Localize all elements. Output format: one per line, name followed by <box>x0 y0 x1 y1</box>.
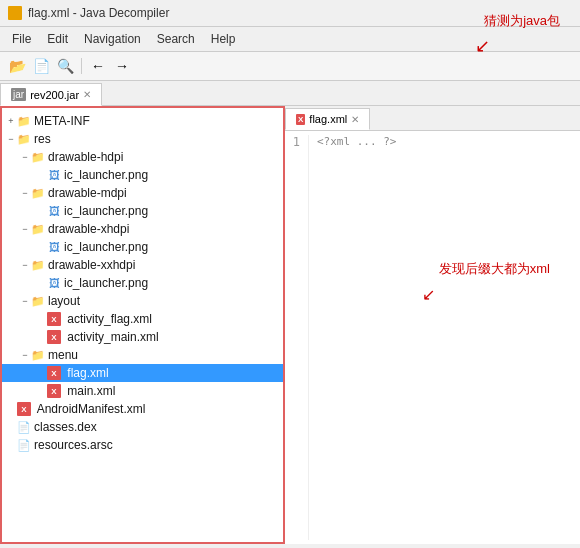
open-file-button[interactable]: 📄 <box>30 55 52 77</box>
menu-bar: File Edit Navigation Search Help <box>0 27 580 52</box>
spacer-manifest <box>6 404 16 414</box>
toggle-drawable-xxhdpi[interactable]: − <box>20 260 30 270</box>
spacer-xhdpi <box>36 242 46 252</box>
folder-icon-drawable-mdpi: 📁 <box>31 186 45 200</box>
right-tab-bar: X flag.xml ✕ <box>285 106 580 131</box>
menu-search[interactable]: Search <box>149 30 203 48</box>
label-res: res <box>34 132 51 146</box>
tree-item-android-manifest[interactable]: X AndroidManifest.xml <box>2 400 283 418</box>
label-meta-inf: META-INF <box>34 114 90 128</box>
label-ic-launcher-xxhdpi: ic_launcher.png <box>64 276 148 290</box>
spacer-mdpi <box>36 206 46 216</box>
label-ic-launcher-xhdpi: ic_launcher.png <box>64 240 148 254</box>
tree-item-drawable-mdpi[interactable]: − 📁 drawable-mdpi <box>2 184 283 202</box>
label-menu: menu <box>48 348 78 362</box>
toggle-drawable-hdpi[interactable]: − <box>20 152 30 162</box>
tree-item-ic-launcher-hdpi[interactable]: 🖼 ic_launcher.png <box>2 166 283 184</box>
tree-item-meta-inf[interactable]: + 📁 META-INF <box>2 112 283 130</box>
tree-item-activity-main-xml[interactable]: X activity_main.xml <box>2 328 283 346</box>
toggle-drawable-mdpi[interactable]: − <box>20 188 30 198</box>
toggle-drawable-xhdpi[interactable]: − <box>20 224 30 234</box>
tree-item-activity-flag-xml[interactable]: X activity_flag.xml <box>2 310 283 328</box>
app-icon <box>8 6 22 20</box>
back-button[interactable]: ← <box>87 55 109 77</box>
tree-item-resources-arsc[interactable]: 📄 resources.arsc <box>2 436 283 454</box>
spacer-resources <box>6 440 16 450</box>
tree-item-drawable-xhdpi[interactable]: − 📁 drawable-xhdpi <box>2 220 283 238</box>
title-bar: flag.xml - Java Decompiler <box>0 0 580 27</box>
menu-file[interactable]: File <box>4 30 39 48</box>
label-flag-xml: flag.xml <box>64 366 109 380</box>
xml-icon-flag: X <box>47 366 61 380</box>
label-android-manifest: AndroidManifest.xml <box>34 402 145 416</box>
jar-tab-label: rev200.jar <box>30 89 79 101</box>
window-title: flag.xml - Java Decompiler <box>28 6 169 20</box>
spacer-flag <box>36 368 46 378</box>
code-tab-icon: X <box>296 114 305 125</box>
png-icon-xhdpi: 🖼 <box>47 240 61 254</box>
tree-item-classes-dex[interactable]: 📄 classes.dex <box>2 418 283 436</box>
label-resources-arsc: resources.arsc <box>34 438 113 452</box>
jar-tab-close[interactable]: ✕ <box>83 89 91 100</box>
tree-item-drawable-hdpi[interactable]: − 📁 drawable-hdpi <box>2 148 283 166</box>
toggle-meta-inf[interactable]: + <box>6 116 16 126</box>
tree-item-flag-xml[interactable]: X flag.xml <box>2 364 283 382</box>
toolbar: 📂 📄 🔍 ← → <box>0 52 580 81</box>
forward-button[interactable]: → <box>111 55 133 77</box>
label-activity-main-xml: activity_main.xml <box>64 330 159 344</box>
label-ic-launcher-mdpi: ic_launcher.png <box>64 204 148 218</box>
jar-tab[interactable]: jar rev200.jar ✕ <box>0 83 102 106</box>
menu-edit[interactable]: Edit <box>39 30 76 48</box>
code-panel: X flag.xml ✕ 1 <?xml ... ?> <box>285 106 580 544</box>
code-content-area: 1 <?xml ... ?> <box>285 131 580 544</box>
folder-icon-res: 📁 <box>17 132 31 146</box>
menu-navigation[interactable]: Navigation <box>76 30 149 48</box>
toggle-menu[interactable]: − <box>20 350 30 360</box>
main-content: + 📁 META-INF − 📁 res − 📁 drawable-hdpi <box>0 106 580 544</box>
search-tool-button[interactable]: 🔍 <box>54 55 76 77</box>
toggle-res[interactable]: − <box>6 134 16 144</box>
code-tab-label: flag.xml <box>309 113 347 125</box>
folder-icon-menu: 📁 <box>31 348 45 362</box>
label-main-xml: main.xml <box>64 384 115 398</box>
label-drawable-hdpi: drawable-hdpi <box>48 150 123 164</box>
line-numbers: 1 <box>289 135 309 540</box>
tree-item-menu[interactable]: − 📁 menu <box>2 346 283 364</box>
xml-icon-main: X <box>47 384 61 398</box>
tree-item-ic-launcher-xhdpi[interactable]: 🖼 ic_launcher.png <box>2 238 283 256</box>
code-text: <?xml ... ?> <box>309 135 396 540</box>
folder-icon-meta-inf: 📁 <box>17 114 31 128</box>
folder-icon-drawable-xhdpi: 📁 <box>31 222 45 236</box>
menu-help[interactable]: Help <box>203 30 244 48</box>
png-icon-hdpi: 🖼 <box>47 168 61 182</box>
tree-item-drawable-xxhdpi[interactable]: − 📁 drawable-xxhdpi <box>2 256 283 274</box>
toolbar-separator <box>81 58 82 74</box>
xml-icon-activity-main: X <box>47 330 61 344</box>
tree-item-main-xml[interactable]: X main.xml <box>2 382 283 400</box>
png-icon-mdpi: 🖼 <box>47 204 61 218</box>
tree-item-layout[interactable]: − 📁 layout <box>2 292 283 310</box>
file-tree-panel[interactable]: + 📁 META-INF − 📁 res − 📁 drawable-hdpi <box>0 106 285 544</box>
folder-icon-layout: 📁 <box>31 294 45 308</box>
label-layout: layout <box>48 294 80 308</box>
spacer-classes <box>6 422 16 432</box>
code-tab-close[interactable]: ✕ <box>351 114 359 125</box>
file-icon-resources: 📄 <box>17 438 31 452</box>
file-tree: + 📁 META-INF − 📁 res − 📁 drawable-hdpi <box>2 108 283 458</box>
tree-item-ic-launcher-xxhdpi[interactable]: 🖼 ic_launcher.png <box>2 274 283 292</box>
label-drawable-mdpi: drawable-mdpi <box>48 186 127 200</box>
spacer-hdpi <box>36 170 46 180</box>
label-ic-launcher-hdpi: ic_launcher.png <box>64 168 148 182</box>
tree-item-ic-launcher-mdpi[interactable]: 🖼 ic_launcher.png <box>2 202 283 220</box>
tab-bar: jar rev200.jar ✕ <box>0 81 580 106</box>
spacer-xxhdpi <box>36 278 46 288</box>
open-folder-button[interactable]: 📂 <box>6 55 28 77</box>
toggle-layout[interactable]: − <box>20 296 30 306</box>
spacer-main <box>36 386 46 396</box>
label-drawable-xhdpi: drawable-xhdpi <box>48 222 129 236</box>
folder-icon-drawable-hdpi: 📁 <box>31 150 45 164</box>
spacer-activity-main <box>36 332 46 342</box>
tree-item-res[interactable]: − 📁 res <box>2 130 283 148</box>
code-tab-flag-xml[interactable]: X flag.xml ✕ <box>285 108 370 130</box>
folder-icon-drawable-xxhdpi: 📁 <box>31 258 45 272</box>
